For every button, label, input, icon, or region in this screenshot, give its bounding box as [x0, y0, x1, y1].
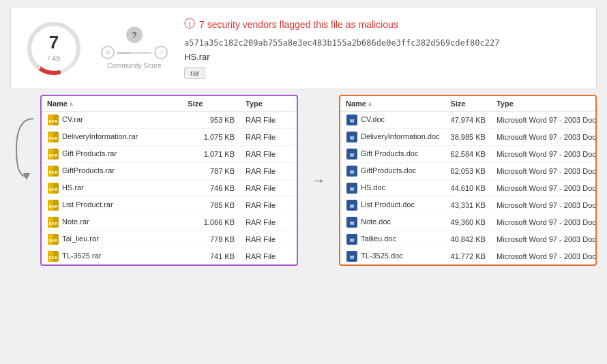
- file-name-cell: W CV.doc: [340, 112, 445, 129]
- svg-text:RAR: RAR: [49, 136, 59, 140]
- file-name-cell: RAR GiftProducts.rar: [42, 163, 182, 180]
- right-col-name: Name: [340, 96, 445, 112]
- file-name-cell: RAR List Product.rar: [42, 197, 182, 214]
- arrow-col: [10, 95, 40, 183]
- file-size-cell: 746 KB: [182, 180, 240, 197]
- table-row: RAR List Product.rar 785 KB RAR File: [42, 197, 297, 214]
- file-name-cell: RAR DeliveryInformation.rar: [42, 129, 182, 146]
- table-row: RAR HS.rar 746 KB RAR File: [42, 180, 297, 197]
- svg-text:W: W: [350, 136, 355, 140]
- svg-text:RAR: RAR: [49, 204, 59, 209]
- table-row: RAR DeliveryInformation.rar 1,075 KB RAR…: [42, 129, 297, 146]
- file-type-cell: Microsoft Word 97 - 2003 Document: [491, 112, 597, 129]
- table-row: W CV.doc 47,974 KB Microsoft Word 97 - 2…: [340, 112, 597, 129]
- table-row: RAR GiftProducts.rar 787 KB RAR File: [42, 163, 297, 180]
- file-size-cell: 953 KB: [182, 112, 240, 129]
- alert-icon: ⓘ: [184, 17, 195, 31]
- file-name-cell: W GiftProducts.doc: [340, 163, 445, 180]
- file-type-cell: RAR File: [240, 231, 297, 248]
- svg-text:W: W: [350, 119, 355, 123]
- file-size-cell: 1,066 KB: [182, 214, 240, 231]
- file-size-cell: 41,772 KB: [445, 248, 491, 265]
- security-info: ⓘ 7 security vendors flagged this file a…: [184, 17, 584, 79]
- file-name-cell: RAR Tai_lieu.rar: [42, 231, 182, 248]
- table-row: RAR Gift Products.rar 1,071 KB RAR File: [42, 146, 297, 163]
- file-type-cell: Microsoft Word 97 - 2003 Document: [491, 180, 597, 197]
- svg-text:W: W: [350, 187, 355, 192]
- left-table-wrapper: Name Size Type RAR CV.rar 953 KB RAR Fil…: [40, 95, 298, 266]
- file-size-cell: 49,360 KB: [445, 214, 491, 231]
- svg-text:W: W: [350, 238, 355, 243]
- file-type-cell: RAR File: [240, 197, 297, 214]
- community-score-label: Community Score: [107, 62, 161, 70]
- question-circle: ?: [126, 27, 143, 43]
- file-size-cell: 778 KB: [182, 231, 240, 248]
- file-size-cell: 1,071 KB: [182, 146, 240, 163]
- file-name-cell: W Gift Products.doc: [340, 146, 445, 163]
- left-col-type: Type: [240, 96, 297, 112]
- curved-arrow-svg: [13, 115, 40, 183]
- filename-text: HS.rar: [184, 52, 584, 62]
- score-check-icon: ✓: [154, 46, 168, 59]
- table-row: W DeliveryInformation.doc 38,985 KB Micr…: [340, 129, 597, 146]
- arrow-between: →: [309, 172, 328, 188]
- file-type-cell: Microsoft Word 97 - 2003 Document: [491, 231, 597, 248]
- table-row: W Note.doc 49,360 KB Microsoft Word 97 -…: [340, 214, 597, 231]
- file-name-cell: W Note.doc: [340, 214, 445, 231]
- svg-text:RAR: RAR: [49, 239, 59, 243]
- file-name-cell: RAR HS.rar: [42, 180, 182, 197]
- file-size-cell: 785 KB: [182, 197, 240, 214]
- file-size-cell: 741 KB: [182, 248, 240, 265]
- left-file-table: Name Size Type RAR CV.rar 953 KB RAR Fil…: [42, 96, 297, 264]
- file-name-cell: RAR Gift Products.rar: [42, 146, 182, 163]
- file-name-cell: W DeliveryInformation.doc: [340, 129, 445, 146]
- file-size-cell: 44,610 KB: [445, 180, 491, 197]
- svg-text:RAR: RAR: [49, 187, 59, 192]
- file-size-cell: 43,331 KB: [445, 197, 491, 214]
- file-type-cell: RAR File: [240, 163, 297, 180]
- table-row: W Tailieu.doc 40,842 KB Microsoft Word 9…: [340, 231, 597, 248]
- file-name-cell: W HS.doc: [340, 180, 445, 197]
- file-type-cell: RAR File: [240, 146, 297, 163]
- table-row: W Gift Products.doc 62,584 KB Microsoft …: [340, 146, 597, 163]
- right-file-table: Name Size Type W CV.doc 47,974 KB Micros…: [340, 96, 597, 264]
- main-container: 7 / 49 ? ✕ ✓ Community Score ⓘ 7 securit…: [10, 7, 597, 266]
- svg-text:W: W: [350, 153, 355, 157]
- table-row: RAR Note.rar 1,066 KB RAR File: [42, 214, 297, 231]
- left-col-size: Size: [182, 96, 240, 112]
- table-row: W List Product.doc 43,331 KB Microsoft W…: [340, 197, 597, 214]
- table-row: RAR TL-3525.rar 741 KB RAR File: [42, 248, 297, 265]
- file-size-cell: 38,985 KB: [445, 129, 491, 146]
- community-score-area: ? ✕ ✓ Community Score: [101, 27, 168, 70]
- alert-text: 7 security vendors flagged this file as …: [199, 19, 398, 30]
- score-x-icon: ✕: [101, 46, 115, 59]
- file-size-cell: 62,053 KB: [445, 163, 491, 180]
- file-name-cell: W Tailieu.doc: [340, 231, 445, 248]
- file-name-cell: W TL-3525.doc: [340, 248, 445, 265]
- table-row: W HS.doc 44,610 KB Microsoft Word 97 - 2…: [340, 180, 597, 197]
- table-row: RAR Tai_lieu.rar 778 KB RAR File: [42, 231, 297, 248]
- svg-text:RAR: RAR: [49, 256, 59, 260]
- svg-text:RAR: RAR: [49, 119, 59, 123]
- file-type-cell: RAR File: [240, 214, 297, 231]
- gauge-number: 7: [48, 32, 60, 52]
- file-type-cell: RAR File: [240, 248, 297, 265]
- gauge-container: 7 / 49: [23, 18, 85, 79]
- file-type-cell: Microsoft Word 97 - 2003 Document: [491, 248, 597, 265]
- right-col-size: Size: [445, 96, 491, 112]
- gauge-denom: / 49: [48, 55, 60, 63]
- malicious-alert: ⓘ 7 security vendors flagged this file a…: [184, 17, 584, 31]
- score-line: [117, 52, 151, 54]
- hash-text: a571a35c182c209ab755a8e3ec483b155a2b686d…: [184, 38, 584, 48]
- file-type-cell: RAR File: [240, 129, 297, 146]
- file-size-cell: 40,842 KB: [445, 231, 491, 248]
- file-type-cell: RAR File: [240, 180, 297, 197]
- right-table-wrapper: Name Size Type W CV.doc 47,974 KB Micros…: [339, 95, 597, 266]
- file-size-cell: 47,974 KB: [445, 112, 491, 129]
- svg-text:W: W: [350, 170, 355, 175]
- file-name-cell: RAR TL-3525.rar: [42, 248, 182, 265]
- file-name-cell: RAR CV.rar: [42, 112, 182, 129]
- gauge-text: 7 / 49: [48, 32, 60, 63]
- right-col-type: Type: [491, 96, 597, 112]
- file-tag: rar: [184, 67, 205, 79]
